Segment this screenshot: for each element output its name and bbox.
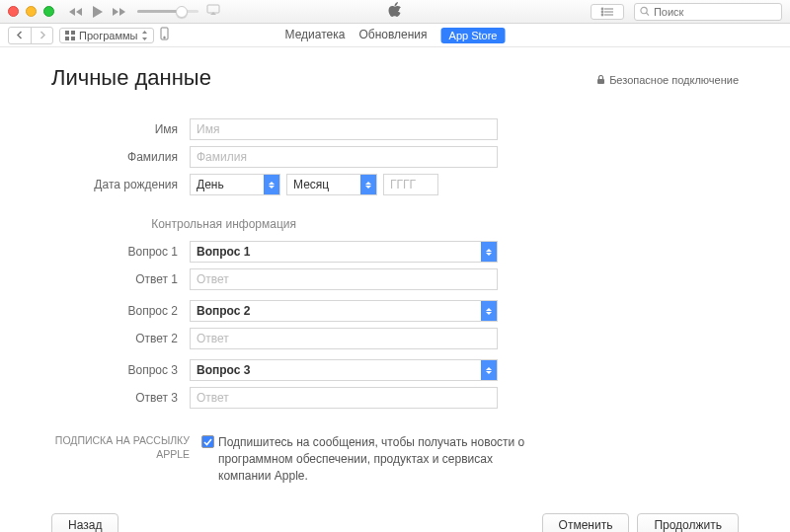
surname-input[interactable] — [190, 146, 498, 168]
back-button[interactable]: Назад — [51, 513, 118, 532]
apple-logo-icon — [388, 2, 403, 22]
q3-select[interactable]: Вопрос 3 — [190, 359, 498, 381]
name-label: Имя — [51, 122, 190, 136]
close-window-button[interactable] — [8, 6, 19, 17]
window-titlebar — [0, 0, 790, 24]
svg-point-6 — [601, 14, 603, 16]
q1-select[interactable]: Вопрос 1 — [190, 241, 498, 263]
svg-rect-15 — [597, 79, 604, 84]
year-input[interactable] — [383, 174, 438, 195]
minimize-window-button[interactable] — [26, 6, 37, 17]
back-button[interactable] — [9, 28, 31, 43]
svg-point-5 — [601, 11, 603, 13]
main-tabs: Медиатека Обновления App Store — [285, 28, 506, 43]
svg-point-14 — [164, 37, 166, 38]
zoom-window-button[interactable] — [43, 6, 54, 17]
navigation-toolbar: Программы Медиатека Обновления App Store — [0, 24, 790, 47]
lock-icon — [596, 75, 605, 85]
svg-rect-9 — [65, 31, 69, 35]
apps-icon — [65, 31, 75, 40]
a1-label: Ответ 1 — [51, 272, 190, 286]
page-title: Личные данные — [51, 65, 211, 91]
svg-rect-10 — [71, 31, 75, 35]
volume-slider[interactable] — [137, 10, 198, 13]
name-input[interactable] — [190, 118, 498, 140]
svg-rect-12 — [71, 37, 75, 40]
a3-input[interactable] — [190, 387, 498, 409]
q3-label: Вопрос 3 — [51, 363, 190, 377]
traffic-lights — [8, 6, 54, 17]
tab-appstore[interactable]: App Store — [441, 28, 506, 43]
a2-label: Ответ 2 — [51, 332, 190, 345]
a1-input[interactable] — [190, 268, 498, 290]
svg-point-7 — [641, 7, 647, 13]
a3-label: Ответ 3 — [51, 391, 190, 405]
library-dropdown-label: Программы — [79, 30, 137, 41]
q1-label: Вопрос 1 — [51, 245, 190, 259]
subscribe-checkbox[interactable] — [201, 435, 214, 448]
library-dropdown[interactable]: Программы — [59, 28, 154, 43]
subscribe-text: Подпишитесь на сообщения, чтобы получать… — [218, 434, 544, 484]
nav-back-forward — [8, 27, 53, 44]
birth-label: Дата рождения — [51, 178, 190, 191]
updown-icon — [141, 31, 148, 40]
svg-rect-0 — [207, 5, 219, 13]
tab-library[interactable]: Медиатека — [285, 28, 346, 43]
search-field[interactable] — [634, 3, 782, 21]
svg-rect-11 — [65, 37, 69, 40]
play-icon[interactable] — [92, 5, 104, 19]
tab-updates[interactable]: Обновления — [358, 28, 427, 43]
svg-line-8 — [646, 13, 649, 16]
surname-label: Фамилия — [51, 150, 190, 164]
continue-button[interactable]: Продолжить — [637, 513, 739, 532]
month-select[interactable]: Месяц — [286, 174, 377, 195]
playback-controls — [68, 5, 127, 19]
device-icon[interactable] — [160, 27, 169, 43]
rewind-icon[interactable] — [68, 7, 84, 17]
search-icon — [640, 6, 650, 17]
q2-label: Вопрос 2 — [51, 304, 190, 318]
a2-input[interactable] — [190, 328, 498, 349]
subscribe-section-label: ПОДПИСКА НА РАССЫЛКУ APPLE — [51, 434, 190, 461]
fast-forward-icon[interactable] — [112, 7, 127, 17]
search-input[interactable] — [654, 6, 776, 18]
forward-button[interactable] — [31, 28, 52, 43]
secure-connection-label: Безопасное подключение — [596, 74, 739, 86]
svg-point-4 — [601, 8, 603, 10]
security-section-label: Контрольная информация — [51, 217, 296, 231]
day-select[interactable]: День — [190, 174, 280, 195]
q2-select[interactable]: Вопрос 2 — [190, 300, 498, 322]
airplay-icon[interactable] — [206, 4, 220, 19]
cancel-button[interactable]: Отменить — [542, 513, 630, 532]
queue-button[interactable] — [591, 4, 624, 20]
